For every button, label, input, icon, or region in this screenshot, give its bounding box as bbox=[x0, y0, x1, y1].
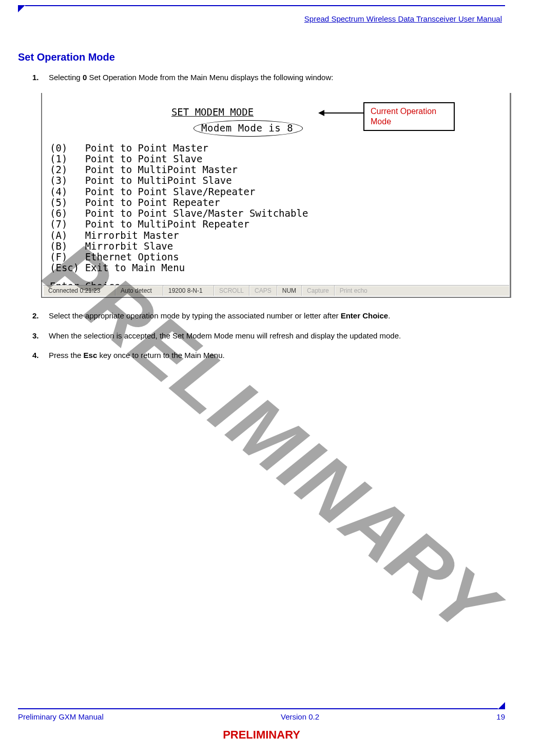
status-detect: Auto detect bbox=[115, 286, 163, 296]
status-print-echo: Print echo bbox=[335, 286, 373, 296]
step-2: Select the appropriate operation mode by… bbox=[49, 311, 505, 321]
step-text: When the selection is accepted, the Set … bbox=[49, 331, 401, 340]
footer-left: Preliminary GXM Manual bbox=[18, 712, 104, 721]
step-3: When the selection is accepted, the Set … bbox=[49, 331, 505, 341]
step-text: Press the bbox=[49, 351, 84, 360]
step-text: . bbox=[388, 311, 390, 320]
callout-arrow-icon bbox=[319, 112, 363, 114]
step-bold: 0 bbox=[83, 73, 87, 82]
crop-mark-top-left-icon bbox=[18, 5, 25, 12]
status-baud: 19200 8-N-1 bbox=[163, 286, 214, 296]
screenshot-figure: Enter Choice SET MODEM MODE Modem Mode i… bbox=[41, 93, 511, 298]
step-text: Select the appropriate operation mode by… bbox=[49, 311, 341, 320]
terminal-title: SET MODEM MODE bbox=[171, 106, 254, 118]
modem-mode-indicator: Modem Mode is 8 bbox=[193, 120, 303, 137]
document-header: Spread Spectrum Wireless Data Transceive… bbox=[18, 14, 502, 23]
section-heading: Set Operation Mode bbox=[18, 51, 505, 63]
step-text: key once to return to the Main Menu. bbox=[97, 351, 224, 360]
step-text: Set Operation Mode from the Main Menu di… bbox=[87, 73, 333, 82]
status-connected: Connected 0:21:23 bbox=[43, 286, 115, 296]
crop-mark-bottom-right-icon bbox=[498, 702, 505, 709]
step-bold: Enter Choice bbox=[341, 311, 389, 320]
status-caps: CAPS bbox=[249, 286, 277, 296]
status-num: NUM bbox=[277, 286, 302, 296]
step-4: Press the Esc key once to return to the … bbox=[49, 350, 505, 361]
footer-rule bbox=[18, 708, 498, 709]
step-1: Selecting 0 Set Operation Mode from the … bbox=[49, 72, 505, 298]
callout-label: Current Operation Mode bbox=[363, 102, 455, 131]
terminal-menu: (0) Point to Point Master (1) Point to P… bbox=[50, 143, 509, 274]
step-text: Selecting bbox=[49, 73, 83, 82]
terminal-status-bar: Connected 0:21:23 Auto detect 19200 8-N-… bbox=[43, 285, 509, 296]
footer-center: Version 0.2 bbox=[281, 712, 319, 721]
footer-right: 19 bbox=[496, 712, 505, 721]
footer-preliminary: PRELIMINARY bbox=[18, 728, 505, 742]
status-capture: Capture bbox=[302, 286, 335, 296]
step-bold: Esc bbox=[84, 351, 98, 360]
status-scroll: SCROLL bbox=[214, 286, 249, 296]
header-rule bbox=[25, 5, 505, 6]
